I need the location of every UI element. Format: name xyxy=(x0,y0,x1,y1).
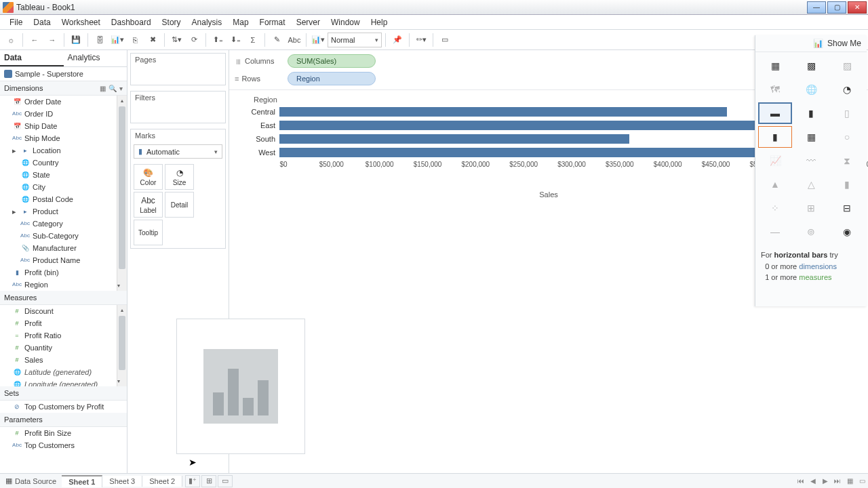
mark-color-button[interactable]: 🎨Color xyxy=(134,164,163,190)
field-item[interactable]: AbcShip Mode xyxy=(0,132,127,144)
field-item[interactable]: #Quantity xyxy=(0,342,127,354)
sm-highlight[interactable]: ▨ xyxy=(830,55,864,77)
bar-mark[interactable] xyxy=(279,107,727,117)
menu-worksheet[interactable]: Worksheet xyxy=(56,16,106,28)
toolbar-logo-icon[interactable]: ☼ xyxy=(3,32,19,48)
redo-button[interactable]: → xyxy=(44,32,60,48)
sm-dual[interactable]: ⧗ xyxy=(830,150,864,171)
field-item[interactable]: 🌐City xyxy=(0,181,127,193)
mark-size-button[interactable]: ◔Size xyxy=(165,164,194,190)
menu-format[interactable]: Format xyxy=(254,16,291,28)
sm-line2[interactable]: 〰 xyxy=(794,150,828,171)
mark-type-select[interactable]: ▮ Automatic xyxy=(134,144,222,159)
field-item[interactable]: ⊘Top Customers by Profit xyxy=(0,401,127,413)
sort-desc-button[interactable]: ⬇₌ xyxy=(227,32,243,48)
show-me-title[interactable]: 📊 Show Me xyxy=(755,35,867,52)
new-story-tab[interactable]: ▭ xyxy=(218,475,233,487)
data-source-tab[interactable]: ▦Data Source xyxy=(0,475,62,487)
field-item[interactable]: 🌐Country xyxy=(0,157,127,169)
sm-scatter[interactable]: ⁘ xyxy=(758,197,792,219)
field-item[interactable]: 🌐Longitude (generated) xyxy=(0,378,127,386)
menu-server[interactable]: Server xyxy=(291,16,326,28)
duplicate-button[interactable]: ⎘ xyxy=(127,32,143,48)
menu-data[interactable]: Data xyxy=(28,16,56,28)
highlight-tool-button[interactable]: ✏▾ xyxy=(413,32,429,48)
sm-text-table[interactable]: ▦ xyxy=(758,55,792,77)
field-item[interactable]: AbcTop Customers xyxy=(0,439,127,451)
sm-symbol-map[interactable]: 🗺 xyxy=(758,79,792,100)
filters-card[interactable]: Filters xyxy=(130,91,226,123)
field-item[interactable]: AbcRegion xyxy=(0,279,127,291)
clear-button[interactable]: ✖ xyxy=(144,32,161,48)
pin-button[interactable]: 📌 xyxy=(389,32,406,48)
field-item[interactable]: 🌐State xyxy=(0,169,127,181)
field-item[interactable]: #Profit xyxy=(0,317,127,329)
field-item[interactable]: AbcProduct Name xyxy=(0,254,127,266)
field-item[interactable]: ▸▸Location xyxy=(0,144,127,157)
sm-histogram[interactable]: ▮ xyxy=(830,174,864,195)
refresh-button[interactable]: ⟳ xyxy=(186,32,202,48)
window-close-button[interactable]: ✕ xyxy=(848,1,867,14)
sm-hbar[interactable]: ▬ xyxy=(758,102,792,124)
new-worksheet-tab[interactable]: ▮⁺ xyxy=(185,475,200,487)
new-worksheet-button[interactable]: 📊▾ xyxy=(109,32,125,48)
bar-mark[interactable] xyxy=(279,134,629,144)
field-item[interactable]: ▸▸Product xyxy=(0,205,127,218)
rows-pill[interactable]: Region xyxy=(288,72,376,85)
undo-button[interactable]: ← xyxy=(26,32,43,48)
view-icon[interactable]: ▦ xyxy=(100,85,106,92)
field-item[interactable]: 📅Ship Date xyxy=(0,120,127,132)
field-item[interactable]: 📎Manufacturer xyxy=(0,242,127,254)
field-item[interactable]: AbcCategory xyxy=(0,218,127,230)
new-dashboard-tab[interactable]: ⊞ xyxy=(201,475,216,487)
present-button[interactable]: ▭ xyxy=(437,32,453,48)
menu-help[interactable]: Help xyxy=(366,16,393,28)
menu-story[interactable]: Story xyxy=(157,16,186,28)
tab-analytics[interactable]: Analytics xyxy=(64,50,127,66)
highlight-button[interactable]: ✎ xyxy=(269,32,285,48)
sm-stacked-bar[interactable]: ▮ xyxy=(758,126,792,148)
sm-treemap[interactable]: ▦ xyxy=(794,126,828,148)
columns-pill[interactable]: SUM(Sales) xyxy=(288,54,376,68)
field-item[interactable]: #Profit Bin Size xyxy=(0,427,127,439)
save-button[interactable]: 💾 xyxy=(68,32,84,48)
sm-bullet[interactable]: — xyxy=(758,221,792,243)
sm-side-bar[interactable]: ▯ xyxy=(830,102,864,124)
window-maximize-button[interactable]: ▢ xyxy=(827,1,846,14)
totals-button[interactable]: Σ xyxy=(245,32,261,48)
sm-heatmap[interactable]: ▩ xyxy=(794,55,828,77)
sm-vbar[interactable]: ▮ xyxy=(794,102,828,124)
data-source-item[interactable]: Sample - Superstore xyxy=(0,67,127,81)
sm-gantt[interactable]: ⊟ xyxy=(830,197,864,219)
sm-area[interactable]: ▲ xyxy=(758,174,792,195)
fit-mode-select[interactable]: Normal xyxy=(328,33,382,47)
field-item[interactable]: =Profit Ratio xyxy=(0,329,127,342)
menu-icon[interactable]: ▾ xyxy=(119,85,123,92)
window-minimize-button[interactable]: — xyxy=(807,1,826,14)
field-item[interactable]: 📅Order Date xyxy=(0,96,127,108)
sm-filled-map[interactable]: 🌐 xyxy=(794,79,828,100)
mark-detail-button[interactable]: Detail xyxy=(165,192,194,218)
sm-area2[interactable]: △ xyxy=(794,174,828,195)
sort-asc-button[interactable]: ⬆₌ xyxy=(210,32,226,48)
field-item[interactable]: ▮Profit (bin) xyxy=(0,266,127,279)
menu-map[interactable]: Map xyxy=(227,16,254,28)
mark-label-button[interactable]: AbcLabel xyxy=(134,192,163,218)
sm-pie[interactable]: ◔ xyxy=(830,79,864,100)
field-item[interactable]: AbcOrder ID xyxy=(0,108,127,120)
menu-file[interactable]: File xyxy=(4,16,28,28)
sheet-tab-3[interactable]: Sheet 3 xyxy=(102,476,142,487)
menu-analysis[interactable]: Analysis xyxy=(186,16,228,28)
menu-window[interactable]: Window xyxy=(326,16,366,28)
scrollbar[interactable]: ▴▾ xyxy=(117,96,127,291)
tab-nav[interactable]: ⏮◀▶⏭▦▭ xyxy=(795,477,868,485)
tab-data[interactable]: Data xyxy=(0,50,64,66)
sm-box[interactable]: ⊞ xyxy=(794,197,828,219)
field-item[interactable]: #Sales xyxy=(0,354,127,366)
swap-button[interactable]: ⇅▾ xyxy=(168,32,184,48)
fit-button[interactable]: 📊▾ xyxy=(310,32,326,48)
sm-bubble[interactable]: ◉ xyxy=(830,221,864,243)
pages-card[interactable]: Pages xyxy=(130,53,226,85)
menu-dashboard[interactable]: Dashboard xyxy=(106,16,157,28)
search-icon[interactable]: 🔍 xyxy=(108,85,117,92)
